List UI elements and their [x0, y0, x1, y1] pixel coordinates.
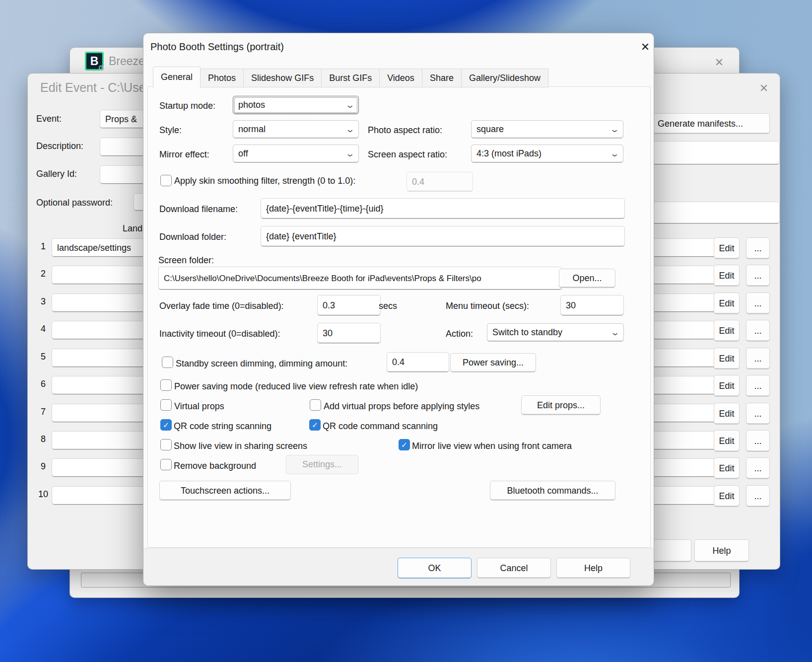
edit-button[interactable]: Edit [714, 375, 740, 397]
photo-booth-settings-dialog: Photo Booth Settings (portrait) ✕ Genera… [143, 33, 654, 586]
chevron-down-icon: ⌄ [610, 327, 620, 338]
edit-props-button[interactable]: Edit props... [521, 395, 601, 415]
mirror-effect-select[interactable]: off ⌄ [233, 145, 359, 163]
bluetooth-commands-button[interactable]: Bluetooth commands... [490, 481, 615, 501]
qr-string-checkbox[interactable]: ✓ [160, 419, 172, 431]
download-folder-label: Download folder: [159, 231, 226, 243]
edit-button[interactable]: Edit [714, 293, 740, 314]
edit-button[interactable]: Edit [714, 485, 740, 507]
qr-command-checkbox[interactable]: ✓ [309, 419, 321, 431]
remove-background-checkbox[interactable] [160, 459, 172, 470]
ok-button[interactable]: OK [398, 558, 472, 579]
style-select[interactable]: normal ⌄ [233, 120, 359, 139]
help-button[interactable]: Help [556, 558, 630, 579]
tab-general[interactable]: General [153, 67, 201, 88]
photo-aspect-ratio-label: Photo aspect ratio: [368, 124, 442, 136]
cancel-button[interactable]: Cancel [477, 558, 551, 579]
edit-event-close-icon[interactable]: ✕ [753, 79, 774, 97]
add-virtual-props-checkbox[interactable] [310, 399, 321, 411]
power-saving-mode-checkbox[interactable] [160, 379, 172, 391]
show-live-view-checkbox[interactable] [160, 439, 172, 450]
optional-password-label: Optional password: [36, 197, 113, 209]
chevron-down-icon: ⌄ [609, 124, 619, 135]
more-options-button[interactable]: ... [746, 485, 770, 507]
screen-folder-field[interactable]: C:\Users\hello\OneDrive\Documents\Breeze… [158, 267, 562, 290]
mirror-live-view-label: Mirror live view when using front camera [412, 440, 572, 452]
touchscreen-actions-button[interactable]: Touchscreen actions... [159, 481, 291, 501]
row-number: 5 [35, 352, 52, 362]
edit-button[interactable]: Edit [714, 403, 740, 425]
more-options-button[interactable]: ... [746, 430, 770, 452]
chevron-down-icon: ⌄ [345, 124, 355, 135]
edit-event-help-button[interactable]: Help [694, 539, 749, 562]
tab-videos[interactable]: Videos [379, 69, 422, 87]
remove-background-label: Remove background [174, 460, 256, 472]
mirror-effect-value: off [238, 148, 248, 159]
screen-aspect-ratio-select[interactable]: 4:3 (most iPads) ⌄ [471, 145, 623, 163]
tab-photos[interactable]: Photos [200, 69, 244, 87]
download-folder-field[interactable]: {date} {eventTitle} [261, 226, 625, 247]
menu-timeout-field[interactable]: 30 [560, 295, 624, 316]
tab-burst-gifs[interactable]: Burst GIFs [321, 69, 380, 87]
description-label: Description: [36, 140, 83, 152]
overlay-fade-label: Overlay fade time (0=disabled): [159, 300, 284, 312]
tab-gallery-slideshow[interactable]: Gallery/Slideshow [461, 69, 548, 87]
skin-smoothing-label: Apply skin smoothing filter, strength (0… [174, 175, 355, 187]
download-filename-label: Download filename: [159, 203, 238, 215]
dialog-close-icon[interactable]: ✕ [635, 38, 656, 56]
qr-string-label: QR code string scanning [174, 420, 271, 432]
row-number: 3 [35, 296, 52, 307]
open-button[interactable]: Open... [559, 269, 615, 288]
style-value: normal [238, 124, 266, 135]
standby-dimming-checkbox[interactable] [162, 357, 173, 368]
more-options-button[interactable]: ... [746, 293, 770, 314]
breeze-close-icon[interactable]: ✕ [709, 54, 729, 72]
virtual-props-checkbox[interactable] [160, 399, 172, 411]
power-saving-mode-label: Power saving mode (reduced live view ref… [174, 380, 418, 392]
qr-command-label: QR code command scanning [323, 420, 438, 432]
edit-button[interactable]: Edit [714, 237, 740, 259]
more-options-button[interactable]: ... [746, 348, 770, 369]
action-select[interactable]: Switch to standby ⌄ [487, 323, 624, 342]
screen-aspect-ratio-label: Screen aspect ratio: [368, 148, 447, 160]
photo-aspect-ratio-select[interactable]: square ⌄ [471, 120, 623, 139]
overlay-fade-field[interactable]: 0.3 [317, 295, 381, 316]
row-number: 8 [35, 434, 52, 444]
row-number: 7 [35, 407, 52, 417]
chevron-down-icon: ⌄ [345, 100, 355, 110]
mirror-live-view-checkbox[interactable]: ✓ [399, 439, 410, 450]
row-number: 4 [35, 324, 52, 334]
more-options-button[interactable]: ... [746, 320, 770, 342]
edit-button[interactable]: Edit [714, 348, 740, 369]
edit-button[interactable]: Edit [714, 320, 740, 342]
edit-button[interactable]: Edit [714, 265, 740, 287]
more-options-button[interactable]: ... [746, 265, 770, 287]
action-value: Switch to standby [492, 327, 562, 338]
more-options-button[interactable]: ... [746, 237, 770, 259]
standby-dimming-value-field[interactable]: 0.4 [387, 352, 449, 372]
inactivity-timeout-field[interactable]: 30 [317, 323, 381, 344]
edit-button[interactable]: Edit [714, 430, 740, 452]
download-filename-field[interactable]: {date}-{eventTitle}-{time}-{uid} [261, 198, 625, 219]
more-options-button[interactable]: ... [746, 375, 770, 397]
gear-icon: ⚙ [98, 64, 105, 73]
row-number: 9 [35, 461, 52, 472]
gallery-id-label: Gallery Id: [36, 168, 77, 180]
skin-smoothing-value-field: 0.4 [406, 172, 473, 192]
startup-mode-value: photos [238, 100, 265, 110]
menu-timeout-label: Menu timeout (secs): [446, 300, 529, 312]
standby-dimming-label: Standby screen dimming, dimming amount: [176, 358, 347, 369]
skin-smoothing-checkbox[interactable] [160, 175, 172, 186]
more-options-button[interactable]: ... [746, 457, 770, 479]
row-number: 2 [35, 269, 52, 279]
tab-slideshow-gifs[interactable]: Slideshow GIFs [243, 69, 322, 87]
edit-button[interactable]: Edit [714, 457, 740, 479]
inactivity-timeout-label: Inactivity timeout (0=disabled): [159, 328, 280, 340]
screen-folder-label: Screen folder: [158, 254, 214, 266]
virtual-props-label: Virtual props [174, 400, 224, 412]
startup-mode-select[interactable]: photos ⌄ [233, 96, 359, 114]
more-options-button[interactable]: ... [746, 403, 770, 425]
power-saving-button[interactable]: Power saving... [450, 353, 536, 372]
tab-share[interactable]: Share [422, 69, 462, 87]
row-number: 1 [35, 241, 52, 252]
